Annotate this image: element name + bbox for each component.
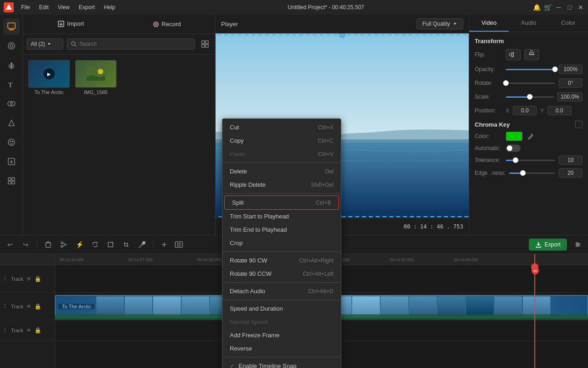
track-1-visibility[interactable]: 👁 xyxy=(26,327,32,334)
media-item[interactable]: IMG_1585 xyxy=(75,60,116,229)
svg-point-10 xyxy=(8,139,15,145)
loop-button[interactable] xyxy=(89,238,101,251)
ctx-crop[interactable]: Crop xyxy=(222,236,341,250)
ctx-enable-snap[interactable]: ✓ Enable Timeline Snap xyxy=(222,359,341,368)
svg-line-24 xyxy=(75,45,76,46)
left-sidebar: T xyxy=(0,15,23,235)
chroma-automatic-toggle[interactable] xyxy=(506,145,521,152)
menu-edit[interactable]: Edit xyxy=(35,2,52,12)
search-box[interactable] xyxy=(67,39,195,50)
lightning-button[interactable]: ⚡ xyxy=(73,238,86,251)
track-1-lock[interactable]: 🔒 xyxy=(34,327,41,334)
maximize-button[interactable]: □ xyxy=(566,4,573,11)
scale-slider[interactable] xyxy=(506,96,554,98)
chroma-tolerance-value[interactable]: 10 xyxy=(559,156,582,165)
undo-button[interactable]: ↩ xyxy=(4,238,17,251)
ctx-normal-speed: Normal Speed xyxy=(222,315,341,329)
ctx-cut[interactable]: Cut Ctrl+X xyxy=(222,121,341,134)
bell-icon[interactable]: 🔔 xyxy=(533,4,540,11)
tab-color[interactable]: Color xyxy=(549,15,588,32)
track-2-visibility[interactable]: 👁 xyxy=(26,303,32,310)
grid-toggle-button[interactable] xyxy=(199,38,211,50)
ctx-speed-duration[interactable]: Speed and Duration xyxy=(222,302,341,315)
media-panel-header: Import Record xyxy=(23,15,215,34)
track-2-lock[interactable]: 🔒 xyxy=(34,303,41,310)
media-toolbar: All (2) xyxy=(23,34,215,55)
chroma-edge-value[interactable]: 20 xyxy=(559,168,582,178)
sidebar-item-corrections[interactable] xyxy=(3,115,20,131)
opacity-row: Opacity: 100% xyxy=(475,65,582,74)
add-track-button[interactable] xyxy=(158,238,171,251)
ctx-ripple-delete[interactable]: Ripple Delete Shift+Del xyxy=(222,178,341,191)
delete-button[interactable] xyxy=(42,238,55,251)
svg-rect-26 xyxy=(205,41,208,44)
playhead-head: ✂ xyxy=(531,263,538,271)
chroma-tolerance-slider[interactable] xyxy=(506,160,555,161)
flip-horizontal-button[interactable] xyxy=(506,49,521,60)
ctx-trim-end[interactable]: Trim End to Playhead xyxy=(222,223,341,236)
svg-rect-46 xyxy=(175,242,183,247)
track-2-label: 2 Track 👁 🔒 xyxy=(0,293,55,320)
flip-vertical-button[interactable] xyxy=(524,49,539,60)
search-input[interactable] xyxy=(79,41,191,47)
opacity-value[interactable]: 100% xyxy=(559,65,582,74)
media-item[interactable]: ▶ To The Arctic xyxy=(28,60,70,229)
sidebar-item-audio[interactable] xyxy=(3,57,20,73)
sidebar-item-media[interactable] xyxy=(3,18,20,35)
filter-dropdown[interactable]: All (2) xyxy=(27,39,63,50)
import-button[interactable]: Import xyxy=(23,15,119,33)
track-3-lock[interactable]: 🔒 xyxy=(34,276,41,282)
eyedropper-button[interactable] xyxy=(526,132,535,141)
track-3-visibility[interactable]: 👁 xyxy=(26,276,32,282)
tab-audio[interactable]: Audio xyxy=(509,15,548,32)
ctx-rotate-cw[interactable]: Rotate 90 CW Ctrl+Alt+Right xyxy=(222,254,341,267)
rotate-slider[interactable] xyxy=(506,83,555,84)
window-controls: 🔔 🛒 ─ □ ✕ xyxy=(533,4,584,11)
chroma-key-checkbox[interactable] xyxy=(575,121,582,128)
menu-view[interactable]: View xyxy=(54,2,73,12)
ctx-copy[interactable]: Copy Ctrl+C xyxy=(222,134,341,147)
cut-button[interactable] xyxy=(57,238,70,251)
ctx-rotate-ccw[interactable]: Rotate 90 CCW Ctrl+Alt+Left xyxy=(222,267,341,280)
player-timecode: 00 : 14 : 46 . 753 xyxy=(404,223,463,230)
settings-button[interactable] xyxy=(571,238,584,251)
sidebar-item-stickers[interactable] xyxy=(3,134,20,151)
svg-rect-28 xyxy=(205,45,208,47)
sidebar-item-effects[interactable] xyxy=(3,38,20,54)
sidebar-item-import[interactable] xyxy=(3,153,20,170)
crop-button[interactable] xyxy=(120,238,133,251)
svg-rect-1 xyxy=(8,23,15,28)
chroma-edge-slider[interactable] xyxy=(509,173,555,174)
ctx-trim-start[interactable]: Trim Start to Playhead xyxy=(222,210,341,223)
sidebar-item-templates[interactable] xyxy=(3,173,20,189)
opacity-slider[interactable] xyxy=(506,69,555,70)
position-label: Position: xyxy=(475,107,502,114)
audio-button[interactable]: 🎤 xyxy=(135,238,148,251)
record-button[interactable]: Record xyxy=(119,15,216,33)
ctx-detach-audio[interactable]: Detach Audio Ctrl+Alt+D xyxy=(222,284,341,298)
menu-help[interactable]: Help xyxy=(100,2,119,12)
quality-selector[interactable]: Full Quality xyxy=(416,18,463,29)
menu-export[interactable]: Export xyxy=(75,2,99,12)
minimize-button[interactable]: ─ xyxy=(555,4,562,11)
scale-value[interactable]: 100.0% xyxy=(557,92,582,101)
playhead[interactable]: ✂ xyxy=(534,254,535,368)
transform-button[interactable] xyxy=(104,238,117,251)
export-button[interactable]: Export xyxy=(529,239,567,251)
close-button[interactable]: ✕ xyxy=(577,4,584,11)
tab-video[interactable]: Video xyxy=(469,15,509,32)
pos-y-value[interactable]: 0.0 xyxy=(548,106,571,115)
pos-x-value[interactable]: 0.0 xyxy=(513,106,537,115)
ctx-split[interactable]: Split Ctrl+B xyxy=(224,195,339,210)
redo-button[interactable]: ↪ xyxy=(19,238,32,251)
chroma-color-swatch[interactable] xyxy=(506,132,522,141)
cart-icon[interactable]: 🛒 xyxy=(544,4,551,11)
ctx-delete[interactable]: Delete Del xyxy=(222,165,341,178)
sidebar-item-transitions[interactable] xyxy=(3,95,20,112)
track-type-button[interactable] xyxy=(172,238,185,251)
rotate-value[interactable]: 0° xyxy=(559,78,582,88)
ctx-reverse[interactable]: Reverse xyxy=(222,342,341,355)
menu-file[interactable]: File xyxy=(17,2,33,12)
ctx-freeze-frame[interactable]: Add Freeze Frame xyxy=(222,329,341,342)
sidebar-item-text[interactable]: T xyxy=(3,76,20,93)
